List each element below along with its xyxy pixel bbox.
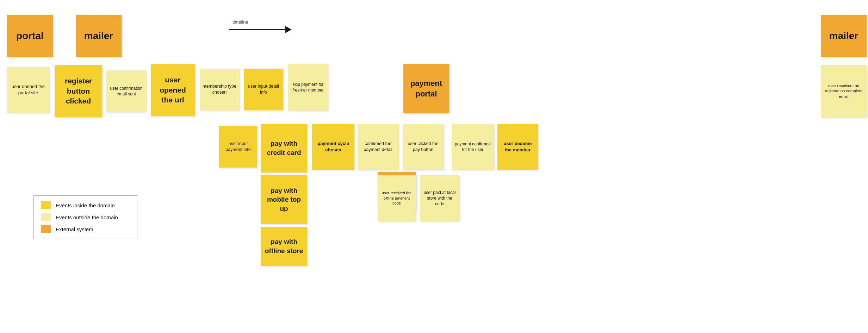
arrow-shaft: [229, 29, 285, 30]
legend-label-inside: Events inside the domain: [56, 202, 115, 208]
pay-mobile-topup: pay with mobile top up: [261, 175, 307, 224]
pay-credit-card: pay with credit card: [261, 124, 307, 172]
timeline-label: timeline: [232, 19, 248, 25]
legend-item-outside: Events outside the domain: [41, 213, 130, 221]
legend-box: Events inside the domain Events outside …: [33, 195, 137, 239]
payment-portal-system: payment portal: [403, 64, 449, 113]
legend-swatch-inside: [41, 201, 51, 209]
user-input-payment-info: user input payment info: [219, 126, 257, 168]
user-confirmation-email: user confirmation email sent: [106, 70, 146, 112]
legend-item-external: External system: [41, 225, 130, 233]
user-opened-url: user opened the url: [151, 64, 195, 116]
payment-confirmed: payment confirmed for the user: [452, 124, 494, 170]
legend-label-outside: Events outside the domain: [56, 214, 118, 220]
user-input-detail-info: user input detail info: [244, 69, 283, 110]
mailer-system-1: mailer: [76, 15, 122, 57]
pay-offline-store: pay with offline store: [261, 227, 307, 266]
arrow-head: [285, 26, 292, 33]
user-become-member: user become the member: [497, 124, 538, 170]
payment-cycle-chosen: payment cycle chosen: [312, 124, 354, 170]
skip-payment: skip payment for free-tier member: [288, 64, 328, 111]
confirmed-payment-detail: confirmed the payment detail: [358, 124, 398, 170]
membership-type-chosen: membership type chosen: [200, 69, 239, 110]
legend-swatch-external: [41, 225, 51, 233]
user-received-registration-email: user received the registration complete …: [821, 65, 867, 117]
arrow-line: [229, 26, 292, 33]
mailer-system-2: mailer: [821, 15, 867, 57]
user-received-offline-code: user received the offline payment code: [378, 175, 416, 221]
portal-system: portal: [7, 15, 53, 57]
legend-swatch-outside: [41, 213, 51, 221]
user-paid-local-store: user paid at local store with the code: [420, 175, 459, 221]
user-opened-portal: user opened the portal site: [7, 67, 49, 113]
timeline-arrow: timeline: [229, 19, 292, 33]
user-clicked-pay-button: user clicked the pay button: [403, 124, 444, 170]
register-button-clicked: register button clicked: [55, 65, 102, 117]
legend-label-external: External system: [56, 226, 93, 232]
legend-item-inside: Events inside the domain: [41, 201, 130, 209]
